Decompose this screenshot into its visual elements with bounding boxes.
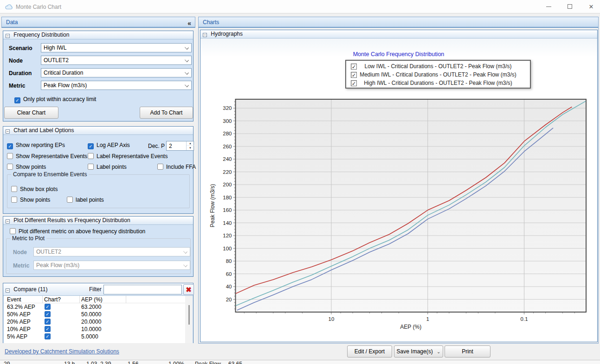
node-dropdown[interactable]: OUTLET2 <box>41 56 192 65</box>
scrollbar-thumb[interactable] <box>188 305 190 325</box>
table-row[interactable]: 5% AEP✓5.0000 <box>4 333 185 340</box>
clear-filter-button[interactable]: ✖ <box>183 284 194 295</box>
dec-p-spinner[interactable]: 2 ▲ ▼ <box>166 141 194 151</box>
duration-dropdown[interactable]: Critical Duration <box>41 68 192 77</box>
legend-checkbox-icon[interactable]: ✓ <box>351 80 357 86</box>
ensemble-label-points-checkbox[interactable]: label points <box>67 197 104 203</box>
collapse-section-icon[interactable]: − <box>203 33 207 37</box>
checkbox-icon[interactable] <box>67 197 73 203</box>
metric-dropdown[interactable]: Peak Flow (m3/s) <box>41 81 192 90</box>
y-tick-label: 20 <box>226 297 232 302</box>
plot-different-results-header[interactable]: − Plot Different Results vs Frequency Di… <box>3 217 193 225</box>
hydrographs-header[interactable]: − Hydrographs <box>200 30 597 38</box>
checkbox-icon[interactable] <box>11 197 17 203</box>
y-tick-label: 320 <box>223 105 232 111</box>
hydrographs-section: − Hydrographs Monte Carlo Frequency Dist… <box>200 30 598 342</box>
section-title: Plot Different Results vs Frequency Dist… <box>13 217 130 224</box>
y-axis-title: Peak Flow (m3/s) <box>209 184 216 227</box>
filter-label: Filter <box>89 283 102 295</box>
compare-table: Event Chart? AEP (%) 63.2% AEP✓63.200050… <box>4 296 185 343</box>
plot-area[interactable] <box>236 99 587 312</box>
spinner-down-icon[interactable]: ▼ <box>187 146 194 150</box>
legend-checkbox-icon[interactable]: ✓ <box>351 72 357 78</box>
include-ffa-checkbox[interactable]: Include FFA <box>157 164 196 170</box>
show-reporting-eps-checkbox[interactable]: ✓Show reporting EPs <box>7 142 65 149</box>
scenario-dropdown[interactable]: High IWL <box>41 43 192 52</box>
metric-label-disabled: Metric <box>13 262 29 269</box>
table-row[interactable]: 63.2% AEP✓63.2000 <box>4 303 185 311</box>
close-icon: ✕ <box>589 3 594 10</box>
log-aep-axis-checkbox[interactable]: ✓Log AEP Axis <box>88 142 130 149</box>
chart-checkbox-icon[interactable]: ✓ <box>45 333 51 339</box>
column-event[interactable]: Event <box>7 296 21 303</box>
table-row[interactable]: 20% AEP✓20.0000 <box>4 318 185 326</box>
frequency-distribution-chart[interactable]: 2040608010012014016018020022024026028030… <box>200 89 598 343</box>
chart-checkbox-icon[interactable]: ✓ <box>45 326 51 332</box>
frequency-distribution-header[interactable]: − Frequency Distribution <box>3 31 193 39</box>
show-points-checkbox[interactable]: Show points <box>7 164 46 170</box>
checkbox-label: Show points <box>16 164 46 170</box>
filter-input[interactable] <box>103 285 182 294</box>
table-row[interactable]: 10% AEP✓10.0000 <box>4 326 185 333</box>
compare-scrollbar[interactable] <box>185 296 193 343</box>
column-aep[interactable]: AEP (%) <box>81 296 103 303</box>
legend-label: Medium IWL - Critical Durations - OUTLET… <box>360 71 516 78</box>
checkbox-icon[interactable] <box>10 228 16 234</box>
plot-different-metric-checkbox[interactable]: Plot different metric on above frequency… <box>10 228 145 235</box>
aep-cell: 5.0000 <box>81 333 98 340</box>
legend-item[interactable]: ✓High IWL - Critical Durations - OUTLET2… <box>346 79 530 87</box>
checkbox-icon[interactable] <box>157 164 163 170</box>
checkbox-icon[interactable]: ✓ <box>7 143 13 149</box>
label-representative-events-checkbox[interactable]: Label Representative Events <box>88 153 168 160</box>
duration-label: Duration <box>9 70 32 77</box>
collapse-section-icon[interactable]: − <box>6 288 10 293</box>
checkbox-icon[interactable]: ✓ <box>14 97 20 103</box>
checkbox-label: Plot different metric on above frequency… <box>19 228 145 235</box>
table-row[interactable]: 50% AEP✓50.0000 <box>4 311 185 318</box>
red-x-icon: ✖ <box>186 286 192 294</box>
chevron-down-icon <box>183 263 187 267</box>
collapse-section-icon[interactable]: − <box>6 34 10 38</box>
y-tick-label: 60 <box>226 271 232 277</box>
print-button[interactable]: Print <box>445 345 490 358</box>
legend-item[interactable]: ✓Medium IWL - Critical Durations - OUTLE… <box>346 70 530 79</box>
show-box-plots-checkbox[interactable]: Show box plots <box>11 186 58 192</box>
minimize-button[interactable] <box>539 0 558 13</box>
chart-label-options-header[interactable]: − Chart and Label Options <box>3 127 193 135</box>
collapse-panel-icon[interactable]: « <box>187 18 191 28</box>
charts-panel-header: Charts <box>198 17 599 28</box>
add-to-chart-button[interactable]: Add To Chart <box>140 107 193 119</box>
checkbox-icon[interactable] <box>7 153 13 159</box>
chart-checkbox-icon[interactable]: ✓ <box>45 304 51 310</box>
legend-item[interactable]: ✓Low IWL - Critical Durations - OUTLET2 … <box>346 62 530 70</box>
collapse-section-icon[interactable]: − <box>6 129 10 134</box>
close-button[interactable]: ✕ <box>582 0 600 13</box>
label-points-checkbox[interactable]: Label points <box>88 164 127 170</box>
checkbox-label: Label points <box>97 164 127 170</box>
y-tick-label: 140 <box>223 220 232 226</box>
chevron-down-icon[interactable]: ⌄ <box>437 349 440 354</box>
checkbox-icon[interactable]: ✓ <box>88 143 94 149</box>
edit-export-button[interactable]: Edit / Export <box>347 345 392 358</box>
maximize-button[interactable] <box>561 0 579 13</box>
accuracy-limit-checkbox[interactable]: ✓Only plot within accuracy limit <box>14 96 96 103</box>
checkbox-icon[interactable] <box>88 153 94 159</box>
collapse-section-icon[interactable]: − <box>6 219 10 224</box>
show-representative-events-checkbox[interactable]: Show Representative Events <box>7 153 87 160</box>
legend-checkbox-icon[interactable]: ✓ <box>351 64 357 70</box>
ensemble-show-points-checkbox[interactable]: Show points <box>11 197 50 203</box>
developer-link[interactable]: Developed by Catchment Simulation Soluti… <box>5 348 119 355</box>
chart-checkbox-icon[interactable]: ✓ <box>45 311 51 317</box>
clear-chart-button[interactable]: Clear Chart <box>4 107 58 119</box>
charts-panel-title: Charts <box>203 19 219 26</box>
spinner-up-icon[interactable]: ▲ <box>187 141 194 146</box>
chart-checkbox-icon[interactable]: ✓ <box>45 319 51 325</box>
column-chart[interactable]: Chart? <box>44 296 61 303</box>
checkbox-icon[interactable] <box>11 186 17 192</box>
node-dropdown-disabled: OUTLET2 <box>33 247 190 256</box>
save-images-button[interactable]: Save Image(s) ⌄ <box>394 345 443 358</box>
checkbox-icon[interactable] <box>88 164 94 170</box>
legend-label: High IWL - Critical Durations - OUTLET2 … <box>364 80 512 86</box>
scenario-label: Scenario <box>9 45 32 51</box>
checkbox-icon[interactable] <box>7 164 13 170</box>
